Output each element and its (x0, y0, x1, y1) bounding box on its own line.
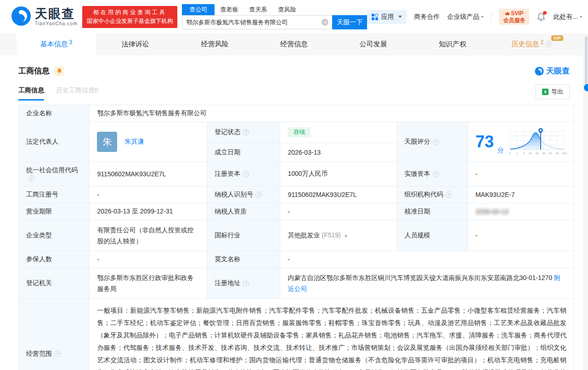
svg-text:1: 1 (516, 152, 518, 155)
crown-icon (505, 11, 510, 17)
taxpayer-id-value: 91150602MAK93U2E7L (280, 186, 397, 203)
staff-size-value: - (468, 220, 574, 251)
english-name-label: 英文名称 (207, 251, 280, 268)
table-row: 营业期限 2026-03-13 至 2099-12-31 纳税人资质 - 核准日… (19, 203, 574, 220)
logo-domain: TianYanCha.com (35, 22, 78, 26)
help-icon[interactable] (255, 191, 262, 198)
watermark-text: 天眼查 (546, 66, 570, 76)
chevron-down-icon (481, 16, 484, 18)
table-row: 统一社会信用代码 91150602MAK93U2E7L 注册资本 1000万人民… (19, 162, 574, 186)
svg-text:50: 50 (536, 152, 539, 155)
tab-label: 公司发展 (360, 40, 387, 49)
nav-enterprise-products[interactable]: 企业级产品 (447, 13, 484, 21)
tab-label: 法律诉讼 (122, 40, 149, 49)
industry-label: 国标行业 (207, 220, 280, 251)
svg-text:97: 97 (549, 152, 552, 155)
company-tab-bar: 基本信息 3 法律诉讼 经营风险 经营信息 公司发展 知识产权 VIP 历史信息… (0, 34, 588, 55)
business-info-table: 企业名称 鄂尔多斯市极氪汽车销售服务有限公司 法定代表人 朱 朱其谦 登记状态 … (18, 105, 574, 370)
promo-line2: 国家中小企业发展子基金旗下机构 (87, 17, 173, 26)
search-button[interactable]: 天眼一下 (332, 15, 367, 29)
tab-operating-info[interactable]: 经营信息 (254, 34, 334, 55)
approval-date-label: 核准日期 (397, 203, 468, 220)
svg-text:100: 100 (562, 152, 566, 155)
apps-grid-icon (372, 14, 378, 20)
tab-legal-proceedings[interactable]: 法律诉讼 (96, 34, 175, 55)
table-row: 经营范围 一般项目：新能源汽车整车销售；新能源汽车电附件销售；汽车零配件零售；汽… (19, 299, 574, 370)
legal-rep-label: 法定代表人 (19, 122, 90, 162)
help-icon[interactable] (546, 41, 552, 47)
help-icon[interactable] (28, 175, 35, 182)
table-row: 法定代表人 朱 朱其谦 登记状态 存续 天眼评分 73 分 (19, 122, 574, 143)
svg-text:3: 3 (523, 152, 525, 155)
address-text: 内蒙古自治区鄂尔多斯市东胜区铜川汽车博览园天骏大道南振兴东街东安居南路北30-0… (288, 274, 552, 281)
help-icon[interactable] (54, 351, 61, 357)
subtab-history-business-info[interactable]: 历史工商信息0 (56, 86, 98, 101)
business-scope-value: 一般项目：新能源汽车整车销售；新能源汽车电附件销售；汽车零配件零售；汽车零配件批… (90, 299, 574, 370)
establish-date-label: 成立日期 (207, 143, 280, 162)
subtab-business-info[interactable]: 工商信息 (18, 86, 44, 101)
help-icon[interactable] (243, 129, 249, 135)
nav-business-cooperation[interactable]: 商务合作 (414, 13, 440, 21)
nav-more-dropdown[interactable]: 此处有... (553, 13, 582, 21)
industry-value: 其他批发业(F519) (280, 220, 397, 251)
help-icon[interactable] (433, 139, 439, 145)
enterprise-label: 企业级产品 (447, 13, 479, 21)
help-icon[interactable] (446, 191, 452, 198)
status-badge: 存续 (288, 127, 311, 137)
apps-menu-button[interactable]: 应用 (367, 10, 407, 24)
scrollbar-thumb[interactable] (585, 36, 588, 87)
search-area: 查公司 查老板 查关系 查风险 × 天眼一下 (182, 4, 367, 29)
promo-line1: 都在用的商业查询工具 (87, 8, 173, 17)
svip-member-button[interactable]: SVIP 会员服务 (499, 9, 529, 25)
floating-widget-button[interactable] (584, 84, 588, 91)
tab-operating-risk[interactable]: 经营风险 (175, 34, 254, 55)
label-text: 注册资本 (215, 170, 240, 177)
table-row: 工商注册号 - 纳税人识别号 91150602MAK93U2E7L 组织机构代码… (19, 186, 574, 203)
help-icon[interactable] (243, 171, 249, 177)
svip-label-top: SVIP (511, 10, 523, 17)
tab-label: 历史信息 (511, 40, 539, 49)
promo-banner: 都在用的商业查询工具 国家中小企业发展子基金旗下机构 (82, 6, 178, 28)
business-scope-label: 经营范围 (19, 299, 90, 370)
tab-company-development[interactable]: 公司发展 (334, 34, 413, 55)
search-tab-risk[interactable]: 查风险 (272, 4, 301, 15)
tab-basic-info[interactable]: 基本信息 3 (17, 34, 96, 55)
paid-capital-value: - (468, 162, 574, 186)
label-text: 组织机构代码 (405, 191, 443, 198)
avatar[interactable]: 朱 (97, 132, 117, 152)
blurred-date: 2026-03-13 (475, 208, 509, 215)
reg-address-value: 内蒙古自治区鄂尔多斯市东胜区铜川汽车博览园天骏大道南振兴东街东安居南路北30-0… (280, 268, 574, 299)
chevron-down-icon[interactable] (345, 235, 347, 237)
help-icon[interactable] (243, 280, 249, 286)
divider (491, 12, 492, 22)
reg-authority-value: 鄂尔多斯市东胜区行政审批和政务服务局 (90, 268, 207, 299)
excel-icon: X (542, 89, 548, 95)
business-term-label: 营业期限 (19, 203, 90, 220)
credit-code-value: 91150602MAK93U2E7L (90, 162, 207, 186)
help-icon[interactable] (433, 171, 439, 177)
tab-history-info[interactable]: VIP 历史信息 2 (492, 34, 571, 55)
taxpayer-quality-label: 纳税人资质 (207, 203, 280, 220)
tab-count: 2 (540, 39, 543, 45)
vip-badge: VIP (551, 35, 563, 41)
export-button[interactable]: X 导出 (536, 84, 570, 99)
tianyancha-logo[interactable]: 天眼查 TianYanCha.com (11, 6, 78, 28)
tianyancha-watermark-icon (535, 67, 544, 76)
notification-dot (543, 11, 547, 15)
label-text: 纳税人识别号 (215, 191, 253, 198)
search-input[interactable] (186, 19, 322, 26)
score-marker-pin (538, 128, 543, 135)
apps-label: 应用 (381, 13, 394, 21)
score-label: 天眼评分 (397, 122, 468, 162)
svg-text:99: 99 (556, 152, 559, 155)
search-tab-boss[interactable]: 查老板 (215, 4, 243, 15)
search-tab-company[interactable]: 查公司 (182, 4, 215, 15)
table-row: 企业类型 有限责任公司（非自然人投资或控股的法人独资） 国标行业 其他批发业(F… (19, 220, 574, 251)
search-tab-relation[interactable]: 查关系 (243, 4, 272, 15)
tab-intellectual-property[interactable]: 知识产权 (413, 34, 492, 55)
clear-search-icon[interactable]: × (322, 19, 328, 26)
notification-bell-icon[interactable] (537, 12, 546, 22)
legal-rep-link[interactable]: 朱其谦 (124, 138, 144, 145)
establish-date-value: 2026-03-13 (280, 143, 397, 162)
monitor-bell-icon[interactable] (54, 66, 64, 76)
